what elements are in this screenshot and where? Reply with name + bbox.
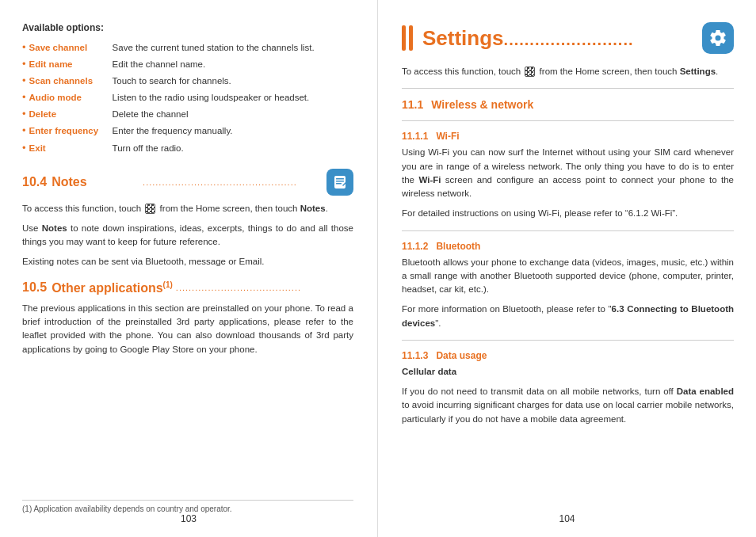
- option-term-delete: Delete: [29, 108, 113, 120]
- wireless-title: Wireless & network: [431, 98, 533, 111]
- option-desc-delete: Delete the channel: [113, 108, 353, 120]
- option-desc-scan: Touch to search for channels.: [113, 74, 353, 87]
- list-item: • Exit Turn off the radio.: [22, 142, 353, 154]
- divider-data: [402, 340, 734, 341]
- option-desc-save: Save the current tuned station to the ch…: [113, 41, 353, 54]
- list-item: • Audio mode Listen to the radio using l…: [22, 91, 353, 104]
- bluetooth-title: Bluetooth: [436, 241, 480, 252]
- notes-section-number: 10.4: [22, 175, 47, 189]
- bullet: •: [22, 58, 26, 70]
- cellular-body: If you do not need to transmit data on a…: [402, 385, 734, 426]
- bluetooth-ref: For more information on Bluetooth, pleas…: [402, 303, 734, 330]
- bluetooth-number: 11.1.2: [402, 241, 428, 252]
- option-term-freq: Enter frequency: [29, 124, 113, 137]
- bluetooth-ref-bold: 6.3 Connecting to Bluetooth devices: [402, 304, 734, 327]
- settings-bar-1: [402, 25, 406, 51]
- settings-bar-2: [409, 25, 413, 51]
- settings-header: Settings.........................: [402, 22, 734, 54]
- bluetooth-heading: 11.1.2 Bluetooth: [402, 241, 734, 252]
- wifi-body: Using Wi-Fi you can now surf the Interne…: [402, 146, 734, 200]
- footnote-text: (1) Application availability depends on …: [22, 505, 232, 513]
- wireless-heading: 11.1 Wireless & network: [402, 98, 734, 111]
- option-term-scan: Scan channels: [29, 74, 113, 87]
- settings-access-text: To access this function, touch from the …: [402, 65, 734, 78]
- wifi-title: Wi-Fi: [436, 131, 459, 142]
- wifi-ref: For detailed instructions on using Wi-Fi…: [402, 207, 734, 220]
- settings-title: Settings.........................: [422, 26, 697, 51]
- bullet: •: [22, 124, 26, 137]
- grid-icon: [145, 204, 155, 214]
- option-term-save: Save channel: [29, 41, 113, 54]
- data-usage-heading: 11.1.3 Data usage: [402, 350, 734, 361]
- notes-dots: ........................................…: [139, 177, 322, 187]
- bullet: •: [22, 91, 26, 104]
- notes-use-text: Use Notes to note down inspirations, ide…: [22, 222, 353, 249]
- divider: [402, 88, 734, 89]
- notes-section-heading: 10.4 Notes .............................…: [22, 169, 353, 196]
- bullet: •: [22, 74, 26, 87]
- right-page: Settings......................... To acc…: [378, 0, 756, 537]
- svg-rect-2: [336, 181, 344, 182]
- notes-section-title: Notes: [52, 175, 139, 189]
- svg-rect-1: [336, 178, 344, 180]
- notes-access-text: To access this function, touch from the …: [22, 202, 353, 215]
- option-term-exit: Exit: [29, 142, 113, 154]
- list-item: • Scan channels Touch to search for chan…: [22, 74, 353, 87]
- page-number-left: 103: [181, 513, 197, 524]
- grid-icon-r: [525, 67, 535, 77]
- settings-dots: .........................: [504, 31, 634, 48]
- gear-icon: [702, 22, 734, 54]
- available-options-label: Available options:: [22, 22, 353, 33]
- divider-bt: [402, 230, 734, 231]
- list-item: • Delete Delete the channel: [22, 108, 353, 120]
- bullet: •: [22, 142, 26, 154]
- page-number-right: 104: [559, 513, 575, 524]
- cellular-heading: Cellular data: [402, 365, 734, 379]
- wireless-number: 11.1: [402, 98, 423, 111]
- other-dots: .......................................: [173, 283, 353, 292]
- other-section-heading: 10.5 Other applications(1) .............…: [22, 280, 353, 295]
- settings-bold: Settings: [680, 67, 716, 76]
- footnote: (1) Application availability depends on …: [22, 500, 353, 513]
- divider-wifi: [402, 120, 734, 121]
- settings-bars: [402, 25, 413, 51]
- option-desc-edit: Edit the channel name.: [113, 58, 353, 70]
- wifi-number: 11.1.1: [402, 131, 428, 142]
- option-desc-exit: Turn off the radio.: [113, 142, 353, 154]
- notes-existing-text: Existing notes can be sent via Bluetooth…: [22, 255, 353, 268]
- bullet: •: [22, 108, 26, 120]
- other-section-title: Other applications(1): [52, 280, 173, 295]
- option-desc-audio: Listen to the radio using loudspeaker or…: [113, 91, 353, 104]
- option-term-edit: Edit name: [29, 58, 113, 70]
- other-section-number: 10.5: [22, 280, 47, 295]
- list-item: • Enter frequency Enter the frequency ma…: [22, 124, 353, 137]
- other-superscript: (1): [163, 280, 173, 289]
- list-item: • Save channel Save the current tuned st…: [22, 41, 353, 54]
- other-body: The previous applications in this sectio…: [22, 302, 353, 356]
- list-item: • Edit name Edit the channel name.: [22, 58, 353, 70]
- svg-rect-0: [334, 176, 346, 189]
- options-list: • Save channel Save the current tuned st…: [22, 41, 353, 154]
- svg-rect-3: [336, 183, 342, 185]
- wifi-heading: 11.1.1 Wi-Fi: [402, 131, 734, 142]
- data-usage-title: Data usage: [436, 350, 487, 361]
- notes-bold: Notes: [300, 204, 326, 213]
- option-desc-freq: Enter the frequency manually.: [113, 124, 353, 137]
- data-usage-number: 11.1.3: [402, 350, 428, 361]
- notes-icon: [326, 169, 353, 196]
- left-page: Available options: • Save channel Save t…: [0, 0, 378, 537]
- bluetooth-body: Bluetooth allows your phone to exchange …: [402, 256, 734, 297]
- option-term-audio: Audio mode: [29, 91, 113, 104]
- bullet: •: [22, 41, 26, 54]
